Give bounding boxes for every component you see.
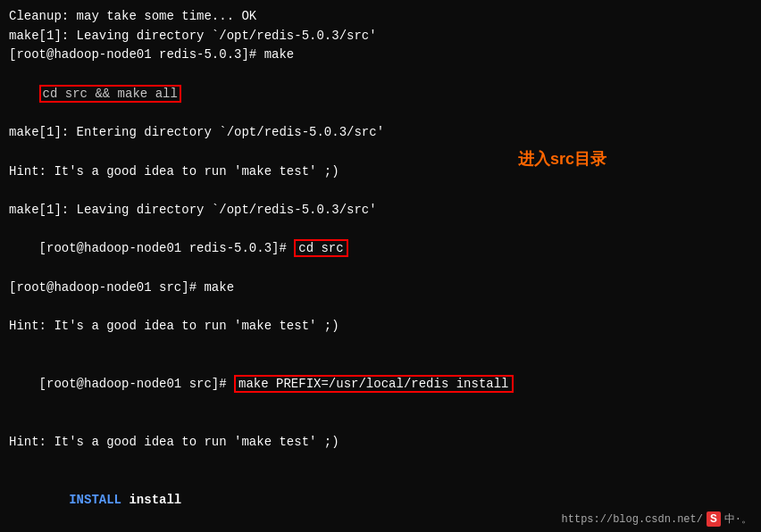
line-7: Hint: It's a good idea to run 'make test… bbox=[9, 162, 752, 182]
terminal-output: Cleanup: may take some time... OK make[1… bbox=[0, 0, 761, 532]
watermark-suffix: 中·。 bbox=[724, 511, 752, 527]
line-6 bbox=[9, 143, 752, 162]
line-10: [root@hadoop-node01 redis-5.0.3]# cd src bbox=[9, 220, 752, 278]
line-2: make[1]: Leaving directory `/opt/redis-5… bbox=[9, 27, 752, 46]
line-15: [root@hadoop-node01 src]# make PREFIX=/u… bbox=[9, 355, 752, 413]
line-16 bbox=[9, 413, 752, 433]
line-17: Hint: It's a good idea to run 'make test… bbox=[9, 433, 752, 453]
line-18 bbox=[9, 453, 752, 472]
line-11: [root@hadoop-node01 src]# make bbox=[9, 278, 752, 298]
watermark: https://blog.csdn.net/ S 中·。 bbox=[562, 511, 752, 527]
line-3: [root@hadoop-node01 redis-5.0.3]# make bbox=[9, 46, 752, 65]
line-5: make[1]: Entering directory `/opt/redis-… bbox=[9, 123, 752, 143]
watermark-url: https://blog.csdn.net/ bbox=[562, 513, 703, 526]
line-8 bbox=[9, 181, 752, 201]
line-1: Cleanup: may take some time... OK bbox=[9, 7, 752, 27]
prompt-15: [root@hadoop-node01 src]# bbox=[39, 377, 234, 391]
install-value-1: install bbox=[129, 493, 181, 507]
redbox-command-1: cd src && make all bbox=[39, 85, 181, 103]
line-4: cd src && make all bbox=[9, 65, 752, 123]
line-13: Hint: It's a good idea to run 'make test… bbox=[9, 317, 752, 337]
annotation-text: 进入src目录 bbox=[518, 148, 606, 170]
install-label-1: INSTALL bbox=[39, 493, 130, 507]
line-14 bbox=[9, 337, 752, 356]
line-9: make[1]: Leaving directory `/opt/redis-5… bbox=[9, 201, 752, 220]
redbox-command-3: make PREFIX=/usr/local/redis install bbox=[234, 375, 513, 393]
redbox-command-2: cd src bbox=[294, 239, 347, 257]
line-12 bbox=[9, 297, 752, 317]
prompt-10: [root@hadoop-node01 redis-5.0.3]# bbox=[39, 241, 295, 255]
watermark-s-icon: S bbox=[707, 511, 721, 527]
